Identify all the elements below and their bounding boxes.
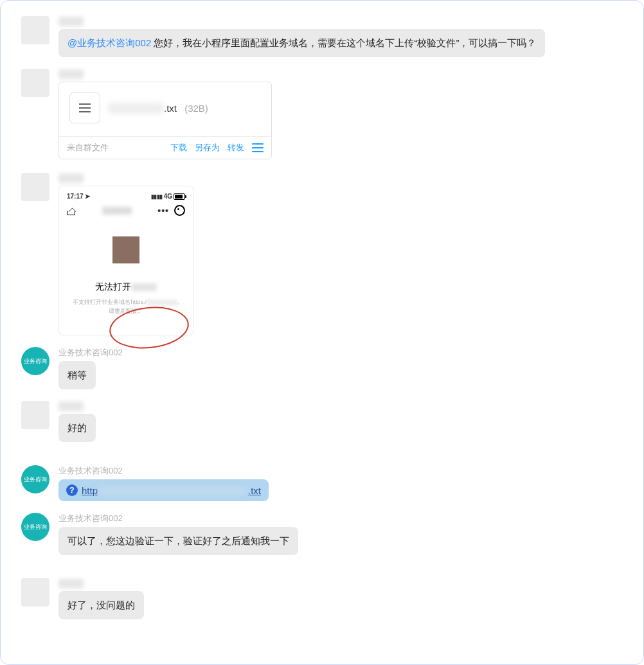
phone-title — [102, 207, 132, 215]
message-text: 好了，没问题的 — [67, 599, 135, 610]
message-row: 业务咨询 业务技术咨询002 可以了，您这边验证一下，验证好了之后通知我一下 — [21, 513, 632, 555]
phone-nav-bar: ••• — [64, 201, 188, 221]
message-row: 业务咨询 业务技术咨询002 稍等 — [21, 347, 632, 389]
message-bubble[interactable]: 好了，没问题的 — [58, 591, 144, 619]
error-subtext: 不支持打开非业务域名https:/, 请重新配置。 — [64, 298, 188, 315]
target-icon — [174, 205, 185, 216]
sender-name: xxxxxx — [58, 579, 84, 589]
message-row: xxxxxx 好了，没问题的 — [21, 578, 632, 619]
avatar[interactable] — [21, 69, 49, 97]
link-text[interactable]: http.txt — [82, 485, 261, 496]
message-bubble[interactable]: 稍等 — [58, 361, 96, 389]
avatar[interactable]: 业务咨询 — [21, 347, 49, 375]
save-as-link[interactable]: 另存为 — [195, 142, 220, 154]
signal-icon: ▮▮▮▮ — [151, 193, 163, 200]
more-icon[interactable] — [252, 143, 264, 152]
file-name: xxxxxxxxxx.txt (32B) — [108, 103, 208, 114]
mention[interactable]: @业务技术咨询002 — [67, 37, 151, 48]
sender-name: 业务技术咨询002 — [58, 347, 123, 359]
sender-name: 业务技术咨询002 — [58, 465, 123, 477]
sender-name: xxxxxx — [58, 402, 84, 411]
avatar[interactable] — [21, 173, 49, 201]
avatar[interactable]: 业务咨询 — [21, 465, 49, 493]
avatar[interactable]: 业务咨询 — [21, 513, 49, 541]
file-type-icon — [69, 93, 100, 123]
message-text: 可以了，您这边验证一下，验证好了之后通知我一下 — [67, 535, 289, 546]
sender-name: xxxxxx — [58, 69, 84, 79]
battery-icon — [174, 193, 185, 200]
message-bubble[interactable]: 可以了，您这边验证一下，验证好了之后通知我一下 — [58, 527, 298, 555]
chat-frame: xxxxxx @业务技术咨询002 您好，我在小程序里面配置业务域名，需要在这个… — [0, 0, 644, 665]
message-row: xxxxxx @业务技术咨询002 您好，我在小程序里面配置业务域名，需要在这个… — [21, 16, 632, 57]
avatar[interactable] — [21, 16, 49, 44]
avatar[interactable] — [21, 401, 49, 429]
forward-link[interactable]: 转发 — [228, 142, 244, 154]
file-source-label: 来自群文件 — [67, 142, 109, 154]
phone-status-bar: 17:17 ➤ ▮▮▮▮ 4G — [64, 191, 188, 201]
file-attachment-card[interactable]: xxxxxxxxxx.txt (32B) 来自群文件 下载 另存为 转发 — [58, 82, 272, 159]
location-icon: ➤ — [85, 193, 90, 200]
download-link[interactable]: 下载 — [170, 142, 187, 154]
sender-name: xxxxxx — [58, 17, 84, 26]
more-dots-icon: ••• — [157, 206, 169, 216]
message-row: xxxxxx 17:17 ➤ ▮▮▮▮ 4G ••• — [21, 173, 632, 335]
avatar[interactable] — [21, 578, 49, 607]
message-text: 稍等 — [67, 369, 87, 380]
message-bubble[interactable]: 好的 — [58, 414, 96, 442]
error-heading: 无法打开 — [64, 281, 188, 293]
sender-name: xxxxxx — [58, 173, 84, 183]
message-row: 业务咨询 业务技术咨询002 ? http.txt — [21, 465, 632, 501]
message-text: 您好，我在小程序里面配置业务域名，需要在这个域名下上传“校验文件”，可以搞一下吗… — [154, 37, 536, 48]
message-text: 好的 — [67, 422, 87, 433]
message-row: xxxxxx xxxxxxxxxx.txt (32B) 来自群文件 下载 另存为 — [21, 69, 632, 161]
file-size: (32B) — [184, 103, 208, 114]
app-icon — [112, 236, 139, 263]
link-bubble[interactable]: ? http.txt — [58, 479, 269, 501]
link-shield-icon: ? — [66, 484, 78, 496]
message-row: xxxxxx 好的 — [21, 401, 632, 442]
sender-name: 业务技术咨询002 — [58, 513, 123, 524]
message-bubble[interactable]: @业务技术咨询002 您好，我在小程序里面配置业务域名，需要在这个域名下上传“校… — [58, 29, 545, 57]
screenshot-attachment[interactable]: 17:17 ➤ ▮▮▮▮ 4G ••• — [58, 186, 193, 335]
